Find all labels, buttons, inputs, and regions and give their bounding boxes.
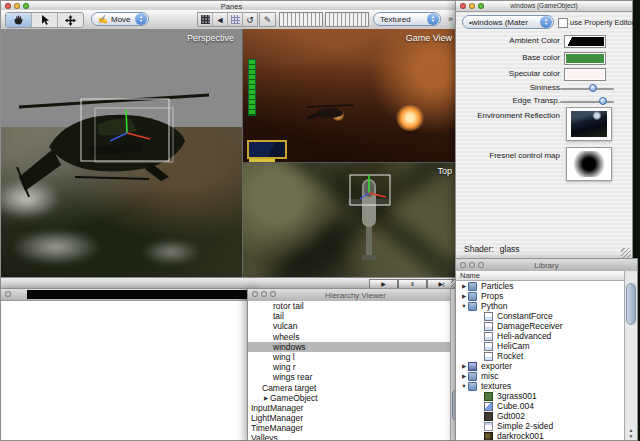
- select-tool-button[interactable]: [32, 13, 58, 27]
- library-item[interactable]: textures: [456, 381, 637, 391]
- brush-tool-button[interactable]: ✎: [259, 12, 276, 27]
- item-type-icon: [484, 392, 493, 401]
- game-viewport[interactable]: Game View: [243, 29, 464, 163]
- shininess-label: Sininess: [530, 83, 560, 92]
- hierarchy-item[interactable]: Camera target: [248, 383, 463, 393]
- shininess-slider[interactable]: [560, 86, 614, 92]
- env-reflection-thumbnail: [571, 111, 607, 137]
- library-item[interactable]: DamageReceiver: [456, 321, 637, 331]
- resize-grip[interactable]: [621, 248, 631, 258]
- library-item-label: 3grass001: [497, 391, 537, 401]
- library-item-label: Cube.004: [497, 401, 534, 411]
- radar-hud: [247, 140, 287, 159]
- library-item[interactable]: Cube.004: [456, 401, 637, 411]
- perspective-label: Perspective: [187, 33, 234, 43]
- arrow-left-icon[interactable]: ◄: [213, 13, 228, 26]
- hierarchy-item[interactable]: InputManager: [248, 403, 463, 413]
- code-editor[interactable]: [1, 301, 256, 440]
- library-item[interactable]: Heli-advanced: [456, 331, 637, 341]
- item-type-icon: [484, 322, 493, 331]
- library-item[interactable]: darkrock001: [456, 431, 637, 440]
- hierarchy-item[interactable]: wings rear: [248, 372, 463, 382]
- material-titlebar[interactable]: windows (GameObject): [456, 1, 632, 12]
- rotate-icon[interactable]: ↺: [243, 13, 257, 26]
- move-mode-dropdown[interactable]: ✍ Move: [91, 12, 149, 26]
- library-item-label: HeliCam: [497, 341, 530, 351]
- library-item[interactable]: 3grass001: [456, 391, 637, 401]
- disclosure-triangle-icon[interactable]: [460, 381, 468, 391]
- material-dropdown-label: •windows (Mater: [469, 18, 528, 27]
- library-item[interactable]: Rocket: [456, 351, 637, 361]
- scrollbar-arrows-icon[interactable]: ▲▼: [625, 427, 637, 439]
- hierarchy-item[interactable]: vulcan: [248, 321, 463, 331]
- helicopter-model: [1, 29, 242, 277]
- base-color-well[interactable]: [564, 52, 606, 65]
- env-reflection-texture-well[interactable]: [566, 107, 612, 141]
- hand-icon: ✍: [98, 15, 108, 24]
- hierarchy-item[interactable]: tail: [248, 311, 463, 321]
- edge-transp-slider[interactable]: [560, 99, 614, 105]
- hierarchy-list: rotor tail tail vulcan wheels windows wi…: [248, 301, 463, 440]
- hand-tool-button[interactable]: [6, 13, 32, 27]
- shader-name: glass: [500, 244, 520, 254]
- disclosure-triangle-icon[interactable]: [460, 371, 468, 381]
- hierarchy-window: Hierarchy Viewer rotor tail tail vulcan …: [247, 288, 464, 441]
- perspective-viewport[interactable]: Perspective: [1, 29, 243, 277]
- render-mode-dropdown[interactable]: Textured: [373, 12, 441, 26]
- use-property-editor-checkbox[interactable]: [558, 18, 568, 28]
- toolbar-overflow-chevron[interactable]: »: [448, 14, 453, 24]
- hierarchy-item[interactable]: GameObject: [248, 393, 463, 403]
- grid-light-icon[interactable]: [228, 13, 243, 26]
- hierarchy-item-label: windows: [273, 342, 306, 352]
- selected-text-line[interactable]: [27, 290, 251, 299]
- dropdown-stepper-icon: [540, 16, 552, 28]
- edge-transp-slider-thumb[interactable]: [599, 97, 607, 105]
- library-scrollbar[interactable]: ▲▼: [624, 271, 637, 440]
- move-cross-icon: [65, 15, 76, 26]
- top-viewport[interactable]: Top: [243, 163, 464, 277]
- library-item-label: Heli-advanced: [497, 331, 551, 341]
- hierarchy-item-label: tail: [273, 311, 284, 321]
- library-window: Library Name Particles Props Python Cons…: [455, 258, 638, 441]
- fresnel-map-texture-well[interactable]: [566, 147, 612, 181]
- library-item[interactable]: Particles: [456, 281, 637, 291]
- library-item[interactable]: exporter: [456, 361, 637, 371]
- ambient-color-well[interactable]: [564, 35, 606, 48]
- disclosure-triangle-icon[interactable]: [460, 361, 468, 371]
- hierarchy-item[interactable]: wheels: [248, 332, 463, 342]
- disclosure-triangle-icon[interactable]: [460, 291, 468, 301]
- item-type-icon: [484, 352, 493, 361]
- material-dropdown[interactable]: •windows (Mater: [462, 15, 554, 29]
- hierarchy-item[interactable]: LightManager: [248, 413, 463, 423]
- hierarchy-item-label: rotor tail: [273, 301, 304, 311]
- scrollbar-thumb[interactable]: [626, 283, 636, 325]
- hierarchy-item[interactable]: wing l: [248, 352, 463, 362]
- specular-color-well[interactable]: [564, 68, 606, 81]
- shininess-slider-thumb[interactable]: [589, 84, 597, 92]
- env-reflection-label: Environment Reflection: [477, 111, 560, 120]
- library-item[interactable]: Props: [456, 291, 637, 301]
- layout-preset-strip[interactable]: [279, 12, 323, 27]
- library-item[interactable]: Simple 2-sided: [456, 421, 637, 431]
- library-item[interactable]: misc: [456, 371, 637, 381]
- grid-dark-icon[interactable]: [198, 13, 213, 26]
- hierarchy-item[interactable]: wing r: [248, 362, 463, 372]
- hierarchy-item[interactable]: windows: [248, 342, 463, 352]
- library-item[interactable]: Gdt002: [456, 411, 637, 421]
- library-item[interactable]: Python: [456, 301, 637, 311]
- hierarchy-item-label: wing r: [273, 362, 296, 372]
- disclosure-triangle-icon[interactable]: [460, 281, 468, 291]
- library-item[interactable]: ConstantForce: [456, 311, 637, 321]
- layout-preset-strip[interactable]: [325, 12, 369, 27]
- move-tool-button[interactable]: [58, 13, 83, 27]
- hierarchy-item[interactable]: rotor tail: [248, 301, 463, 311]
- hierarchy-item[interactable]: Valleys: [248, 433, 463, 440]
- close-button[interactable]: [5, 291, 11, 297]
- library-item[interactable]: HeliCam: [456, 341, 637, 351]
- hierarchy-item[interactable]: TimeManager: [248, 423, 463, 433]
- disclosure-triangle-icon[interactable]: [262, 393, 270, 403]
- disclosure-triangle-icon[interactable]: [460, 301, 468, 311]
- library-item-label: misc: [481, 371, 498, 381]
- name-column-header[interactable]: Name: [456, 271, 637, 281]
- slider-track: [560, 88, 614, 90]
